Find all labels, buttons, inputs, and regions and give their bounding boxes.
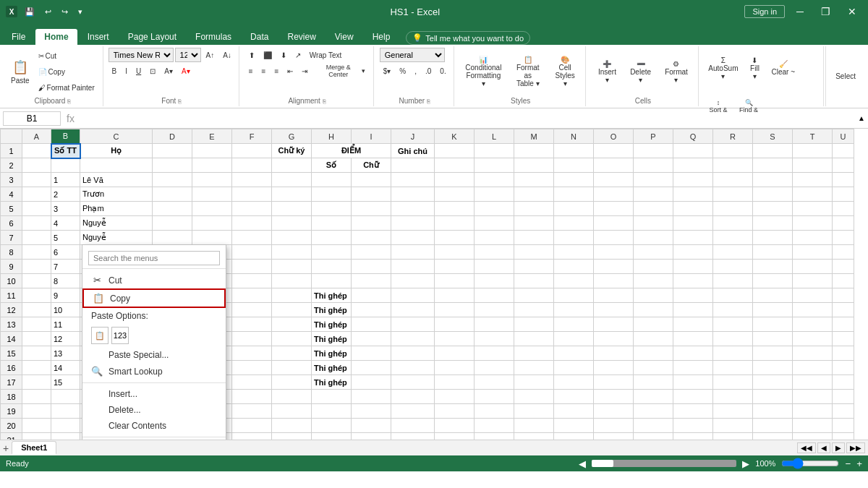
- font-family-select[interactable]: Times New Roman: [109, 48, 174, 62]
- cell-T2[interactable]: [793, 158, 833, 173]
- increase-decimal-button[interactable]: .0: [422, 64, 435, 78]
- paste-opt-values[interactable]: 123: [111, 327, 129, 344]
- col-header-Q[interactable]: Q: [673, 129, 713, 144]
- col-header-C[interactable]: C: [80, 129, 153, 144]
- col-header-D[interactable]: D: [153, 129, 192, 144]
- fill-button[interactable]: ⬇ Fill▾: [743, 48, 766, 88]
- context-menu-item-smart-lookup[interactable]: 🔍 Smart Lookup: [82, 363, 226, 380]
- cell-N2[interactable]: [554, 158, 594, 173]
- cell-F2[interactable]: [232, 158, 272, 173]
- cell-B2[interactable]: [51, 158, 80, 173]
- col-header-N[interactable]: N: [554, 129, 594, 144]
- italic-button[interactable]: I: [122, 64, 131, 78]
- cell-R1[interactable]: [713, 144, 753, 158]
- border-button[interactable]: ⊡: [146, 64, 159, 78]
- tab-formulas[interactable]: Formulas: [187, 29, 240, 45]
- cell-C2[interactable]: [80, 158, 153, 173]
- tab-view[interactable]: View: [326, 29, 362, 45]
- context-menu-item-clear-contents[interactable]: Clear Contents: [82, 418, 226, 434]
- col-header-M[interactable]: M: [514, 129, 554, 144]
- col-header-J[interactable]: J: [391, 129, 435, 144]
- cell-Q1[interactable]: [673, 144, 713, 158]
- decrease-decimal-button[interactable]: 0.: [436, 64, 449, 78]
- zoom-in-button[interactable]: +: [856, 458, 862, 469]
- cell-P1[interactable]: [634, 144, 673, 158]
- col-header-K[interactable]: K: [435, 129, 475, 144]
- cell-styles-button[interactable]: 🎨 CellStyles ▾: [549, 51, 581, 92]
- cell-E1[interactable]: [192, 144, 232, 158]
- cell-N1[interactable]: [554, 144, 594, 158]
- sheet-scroll-left-button[interactable]: ◀◀: [797, 442, 816, 453]
- format-cells-button[interactable]: ⚙ Format ▾: [659, 51, 694, 92]
- decrease-font-button[interactable]: A↓: [219, 48, 235, 62]
- col-header-S[interactable]: S: [753, 129, 793, 144]
- cell-L1[interactable]: [475, 144, 514, 158]
- format-painter-button[interactable]: 🖌 Format Painter: [35, 80, 98, 95]
- cell-J1[interactable]: Ghi chú: [391, 144, 435, 158]
- formula-input[interactable]: [80, 112, 855, 125]
- insert-cells-button[interactable]: ➕ Insert ▾: [592, 51, 622, 92]
- delete-cells-button[interactable]: ➖ Delete ▾: [624, 51, 658, 92]
- sheet-scroll-next-button[interactable]: ▶: [832, 442, 845, 453]
- cell-B1[interactable]: Số TT: [51, 144, 80, 158]
- cell-O2[interactable]: [594, 158, 634, 173]
- cell-H2[interactable]: Số: [312, 158, 352, 173]
- cell-F1[interactable]: [232, 144, 272, 158]
- cell-M2[interactable]: [514, 158, 554, 173]
- tab-data[interactable]: Data: [242, 29, 277, 45]
- horizontal-scrollbar[interactable]: [592, 460, 736, 467]
- paste-opt-default[interactable]: 📋: [91, 327, 109, 344]
- cell-Q2[interactable]: [673, 158, 713, 173]
- cell-O1[interactable]: [594, 144, 634, 158]
- align-middle-button[interactable]: ⬛: [260, 48, 276, 62]
- align-right-button[interactable]: ≡: [271, 64, 282, 78]
- minimize-button[interactable]: ─: [791, 4, 809, 19]
- currency-button[interactable]: $▾: [380, 64, 395, 78]
- context-menu-item-copy[interactable]: 📋 Copy: [82, 288, 226, 308]
- cell-L2[interactable]: [475, 158, 514, 173]
- context-menu-item-insert[interactable]: Insert...: [82, 386, 226, 402]
- tab-help[interactable]: Help: [364, 29, 399, 45]
- cell-U2[interactable]: [833, 158, 854, 173]
- font-size-select[interactable]: 12: [175, 48, 201, 62]
- orientation-button[interactable]: ↗: [292, 48, 305, 62]
- conditional-formatting-button[interactable]: 📊 ConditionalFormatting ▾: [460, 51, 507, 92]
- col-header-G[interactable]: G: [272, 129, 312, 144]
- sheet-scroll-prev-button[interactable]: ◀: [817, 442, 830, 453]
- context-menu-search-input[interactable]: [88, 251, 220, 265]
- cell-M1[interactable]: [514, 144, 554, 158]
- cell-I2[interactable]: Chữ: [352, 158, 391, 173]
- decrease-indent-button[interactable]: ⇤: [284, 64, 297, 78]
- col-header-O[interactable]: O: [594, 129, 634, 144]
- cut-button[interactable]: ✂ Cut: [35, 48, 98, 63]
- expand-formula-bar-button[interactable]: ▲: [858, 114, 865, 122]
- scroll-left-button[interactable]: ◀: [579, 458, 586, 469]
- cell-P2[interactable]: [634, 158, 673, 173]
- cell-reference-input[interactable]: [3, 111, 61, 126]
- align-center-button[interactable]: ≡: [258, 64, 270, 78]
- tab-insert[interactable]: Insert: [79, 29, 118, 45]
- select-button[interactable]: Select: [832, 69, 859, 84]
- tab-home[interactable]: Home: [35, 29, 77, 45]
- close-button[interactable]: ✕: [842, 4, 862, 19]
- cell-A2[interactable]: [22, 158, 51, 173]
- col-header-I[interactable]: I: [352, 129, 391, 144]
- bold-button[interactable]: B: [109, 64, 121, 78]
- autosum-button[interactable]: Σ AutoSum▾: [705, 48, 741, 88]
- scroll-right-button[interactable]: ▶: [742, 458, 749, 469]
- cell-J2[interactable]: [391, 158, 435, 173]
- increase-indent-button[interactable]: ⇥: [298, 64, 311, 78]
- cell-C1[interactable]: Họ: [80, 144, 153, 158]
- sign-in-button[interactable]: Sign in: [744, 5, 785, 18]
- add-sheet-button[interactable]: +: [3, 442, 9, 454]
- paste-button[interactable]: 📋 Paste: [7, 51, 33, 92]
- undo-button[interactable]: ↩: [42, 6, 54, 18]
- cell-R2[interactable]: [713, 158, 753, 173]
- comma-button[interactable]: ,: [411, 64, 420, 78]
- cell-S1[interactable]: [753, 144, 793, 158]
- cell-U1[interactable]: [833, 144, 854, 158]
- tell-me-box[interactable]: 💡 Tell me what you want to do: [406, 31, 530, 45]
- col-header-H[interactable]: H: [312, 129, 352, 144]
- redo-button[interactable]: ↪: [59, 6, 71, 18]
- tab-page-layout[interactable]: Page Layout: [119, 29, 185, 45]
